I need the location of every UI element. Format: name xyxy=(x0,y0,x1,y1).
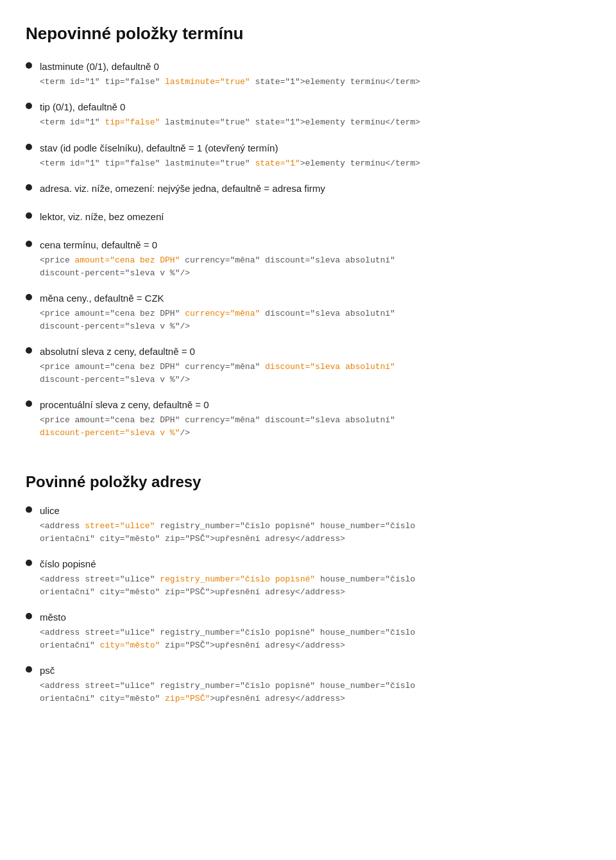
item-label: stav (id podle číselníku), defaultně = 1… xyxy=(40,141,590,156)
item-label: tip (0/1), defaultně 0 xyxy=(40,99,590,115)
list-item: procentuální sleva z ceny, defaultně = 0… xyxy=(26,397,590,439)
list-item: lektor, viz. níže, bez omezení xyxy=(26,209,590,226)
bullet-icon xyxy=(26,613,32,619)
list-item: tip (0/1), defaultně 0<term id="1" tip="… xyxy=(26,99,590,129)
list-item: měna ceny., defaultně = CZK<price amount… xyxy=(26,291,590,332)
list-item: absolutní sleva z ceny, defaultně = 0<pr… xyxy=(26,344,590,386)
list-item: stav (id podle číselníku), defaultně = 1… xyxy=(26,141,590,170)
code-block: <price amount="cena bez DPH" currency="m… xyxy=(40,414,590,439)
code-block: <price amount="cena bez DPH" currency="m… xyxy=(40,361,590,386)
code-block: <term id="1" tip="false" lastminute="tru… xyxy=(40,76,590,89)
bullet-icon xyxy=(26,347,32,354)
code-block: <address street="ulice" registry_number=… xyxy=(40,626,590,651)
item-label: město xyxy=(40,610,590,625)
code-block: <price amount="cena bez DPH" currency="m… xyxy=(40,307,590,332)
section2: ulice<address street="ulice" registry_nu… xyxy=(26,503,590,705)
section1-title: Nepovinné položky termínu xyxy=(26,21,590,47)
list-item: lastminute (0/1), defaultně 0<term id="1… xyxy=(26,59,590,89)
code-block: <address street="ulice" registry_number=… xyxy=(40,680,590,705)
code-block: <term id="1" tip="false" lastminute="tru… xyxy=(40,157,590,170)
item-label: ulice xyxy=(40,503,590,519)
list-item: město<address street="ulice" registry_nu… xyxy=(26,610,590,651)
section1: lastminute (0/1), defaultně 0<term id="1… xyxy=(26,59,590,440)
code-block: <address street="ulice" registry_number=… xyxy=(40,520,590,545)
item-label: adresa. viz. níže, omezení: nejvýše jedn… xyxy=(40,181,590,196)
item-label: cena termínu, defaultně = 0 xyxy=(40,237,590,253)
bullet-icon xyxy=(26,294,32,300)
item-label: lastminute (0/1), defaultně 0 xyxy=(40,59,590,74)
bullet-icon xyxy=(26,241,32,247)
page-wrapper: Nepovinné položky termínu lastminute (0/… xyxy=(26,21,590,705)
list-item: ulice<address street="ulice" registry_nu… xyxy=(26,503,590,545)
item-label: lektor, viz. níže, bez omezení xyxy=(40,209,590,225)
section2-title: Povinné položky adresy xyxy=(26,470,590,494)
bullet-icon xyxy=(26,212,32,219)
list-item: cena termínu, defaultně = 0<price amount… xyxy=(26,237,590,279)
item-label: číslo popisné xyxy=(40,556,590,572)
list-item: adresa. viz. níže, omezení: nejvýše jedn… xyxy=(26,181,590,198)
item-label: absolutní sleva z ceny, defaultně = 0 xyxy=(40,344,590,359)
code-block: <price amount="cena bez DPH" currency="m… xyxy=(40,254,590,279)
bullet-icon xyxy=(26,666,32,673)
bullet-icon xyxy=(26,506,32,513)
bullet-icon xyxy=(26,144,32,150)
item-label: procentuální sleva z ceny, defaultně = 0 xyxy=(40,397,590,413)
item-label: měna ceny., defaultně = CZK xyxy=(40,291,590,306)
code-block: <term id="1" tip="false" lastminute="tru… xyxy=(40,116,590,129)
list-item: číslo popisné<address street="ulice" reg… xyxy=(26,556,590,598)
bullet-icon xyxy=(26,184,32,191)
list-item: psč<address street="ulice" registry_numb… xyxy=(26,663,590,705)
item-label: psč xyxy=(40,663,590,678)
bullet-icon xyxy=(26,400,32,407)
bullet-icon xyxy=(26,103,32,109)
bullet-icon xyxy=(26,62,32,69)
bullet-icon xyxy=(26,560,32,566)
code-block: <address street="ulice" registry_number=… xyxy=(40,573,590,598)
